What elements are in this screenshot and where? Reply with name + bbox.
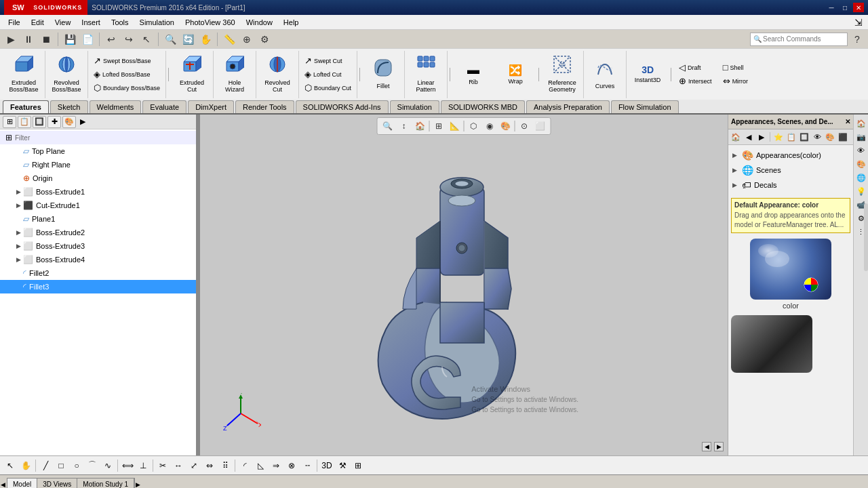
dt-pattern-sketch[interactable]: ⠿ [218, 458, 233, 473]
restore-button[interactable]: □ [840, 3, 850, 12]
dt-chamfer[interactable]: ◺ [253, 458, 268, 473]
menu-file[interactable]: File [3, 17, 26, 28]
tab-dimxpert[interactable]: DimXpert [188, 100, 234, 113]
vp-fit-button[interactable]: ↕ [397, 119, 412, 133]
nav-box[interactable]: ⬛ [837, 131, 849, 143]
extruded-boss-button[interactable]: ExtrudedBoss/Base [5, 52, 42, 96]
tree-item-boss-extrude2[interactable]: ▶ ⬜ Boss-Extrude2 [0, 226, 199, 239]
close-button[interactable]: ✕ [853, 3, 864, 12]
resize-handle[interactable] [196, 115, 199, 455]
reference-geometry-button[interactable]: ReferenceGeometry [544, 52, 580, 96]
tree-item-boss-extrude1[interactable]: ▶ ⬜ Boss-Extrude1 [0, 185, 199, 199]
ap-item-appearances[interactable]: ▶ 🎨 Appearances(color) [731, 148, 850, 163]
dimbxpert-button[interactable]: ✚ [47, 116, 61, 128]
pause-button[interactable]: ⏸ [20, 31, 37, 47]
new-button[interactable]: 📄 [79, 31, 96, 47]
select-button[interactable]: ↖ [138, 31, 155, 47]
redo-button[interactable]: ↪ [121, 31, 137, 47]
scroll-left[interactable]: ◀ [0, 477, 5, 489]
expand-tree-button[interactable]: ▶ [80, 117, 85, 126]
curves-button[interactable]: Curves [587, 52, 623, 96]
vp-home-button[interactable]: 🏠 [413, 119, 428, 133]
revolved-cut-button[interactable]: RevolvedCut [259, 52, 296, 96]
swept-boss-button[interactable]: ↗ Swept Boss/Base [91, 54, 163, 67]
vp-view-setting-button[interactable]: ⬜ [533, 119, 548, 133]
tree-filter[interactable]: ⊞ Filter [0, 131, 199, 144]
configmanager-button[interactable]: 🔲 [33, 116, 46, 128]
tab-solidworks-addins[interactable]: SOLIDWORKS Add-Ins [296, 100, 389, 113]
nav-grid[interactable]: 🔲 [798, 131, 810, 143]
lofted-cut-button[interactable]: ◈ Lofted Cut [302, 68, 354, 81]
rib-button[interactable]: ▬ Rib [455, 52, 492, 96]
nav-back[interactable]: ◀ [743, 131, 755, 143]
menu-edit[interactable]: Edit [26, 17, 50, 28]
dt-line[interactable]: ╱ [38, 458, 53, 473]
dt-fillet-sketch[interactable]: ◜ [237, 458, 252, 473]
rpn-light[interactable]: 💡 [855, 185, 867, 197]
tree-item-plane1[interactable]: ▱ Plane1 [0, 212, 199, 226]
stop-button[interactable]: ⏹ [38, 31, 54, 47]
mirror-button[interactable]: ⇔ Mirror [720, 75, 751, 87]
dt-sketch-tools[interactable]: ⚒ [335, 458, 350, 473]
tree-item-boss-extrude4[interactable]: ▶ ⬜ Boss-Extrude4 [0, 253, 199, 266]
boundary-cut-button[interactable]: ⬡ Boundary Cut [302, 81, 354, 94]
menu-view[interactable]: View [50, 17, 77, 28]
model-tab-model[interactable]: Model [7, 479, 37, 489]
vp-zoom-button[interactable]: 🔍 [380, 119, 395, 133]
menu-simulation[interactable]: Simulation [134, 17, 180, 28]
scroll-right[interactable]: ▶ [135, 477, 140, 489]
nav-palette[interactable]: 🎨 [824, 131, 836, 143]
tree-item-cut-extrude1[interactable]: ▶ ⬛ Cut-Extrude1 [0, 199, 199, 212]
pan-button[interactable]: ✋ [197, 31, 214, 47]
viewport[interactable]: 🔍 ↕ 🏠 ⊞ 📐 ⬡ ◉ 🎨 ⊙ ⬜ [200, 115, 728, 455]
tree-item-top-plane[interactable]: ▱ Top Plane [0, 144, 199, 158]
help-button[interactable]: ? [849, 31, 865, 47]
featuretree-button[interactable]: ⊞ [3, 116, 16, 128]
search-input[interactable] [763, 35, 844, 43]
vp-hide-button[interactable]: ⊙ [517, 119, 532, 133]
measure-button[interactable]: 📏 [221, 31, 237, 47]
nav-eye[interactable]: 👁 [811, 131, 823, 143]
dt-spline[interactable]: ∿ [100, 458, 115, 473]
dt-select[interactable]: ↖ [3, 458, 18, 473]
dt-circle[interactable]: ○ [69, 458, 84, 473]
tab-analysis[interactable]: Analysis Preparation [526, 100, 610, 113]
tree-item-origin[interactable]: ⊕ Origin [0, 171, 199, 185]
rpn-scene[interactable]: 🌐 [855, 171, 867, 184]
tab-weldments[interactable]: Weldments [90, 100, 142, 113]
tree-item-right-plane[interactable]: ▱ Right Plane [0, 158, 199, 171]
dt-relations[interactable]: ⊥ [136, 458, 151, 473]
extruded-cut-button[interactable]: ExtrudedCut [174, 52, 210, 96]
tree-item-boss-extrude3[interactable]: ▶ ⬜ Boss-Extrude3 [0, 239, 199, 253]
play-button[interactable]: ▶ [3, 31, 19, 47]
dt-construction[interactable]: ╌ [300, 458, 315, 473]
linear-pattern-button[interactable]: LinearPattern [408, 52, 444, 96]
rpn-view2[interactable]: 👁 [855, 144, 867, 157]
display-button[interactable]: 🎨 [62, 116, 76, 128]
lofted-boss-button[interactable]: ◈ Lofted Boss/Base [91, 68, 163, 81]
undo-button[interactable]: ↩ [103, 31, 119, 47]
vp-appearance-button[interactable]: 🎨 [498, 119, 513, 133]
appearances-close-button[interactable]: ✕ [845, 118, 850, 125]
instant3d-button[interactable]: 3D Instant3D [629, 52, 666, 96]
rpn-home[interactable]: 🏠 [855, 117, 867, 129]
rpn-render[interactable]: 🎨 [855, 158, 867, 170]
zoom-button[interactable]: 🔍 [162, 31, 178, 47]
nav-list[interactable]: 📋 [785, 131, 797, 143]
model-tab-3dviews[interactable]: 3D Views [37, 479, 77, 489]
minimize-button[interactable]: ─ [826, 3, 837, 12]
dt-rect[interactable]: □ [54, 458, 68, 473]
color-sphere[interactable] [750, 239, 831, 300]
propertymanager-button[interactable]: 📋 [18, 116, 31, 128]
tab-sketch[interactable]: Sketch [50, 100, 88, 113]
hole-wizard-button[interactable]: HoleWizard [216, 52, 253, 96]
tab-evaluate[interactable]: Evaluate [142, 100, 186, 113]
save-button[interactable]: 💾 [62, 31, 78, 47]
menu-tools[interactable]: Tools [106, 17, 134, 28]
vp-section-button[interactable]: ⊞ [431, 119, 446, 133]
vp-view-button[interactable]: 📐 [448, 119, 462, 133]
menu-help[interactable]: Help [278, 17, 304, 28]
vp-collapse-right[interactable]: ▶ [714, 442, 724, 451]
tree-item-fillet2[interactable]: ◜ Fillet2 [0, 266, 199, 280]
dt-arc[interactable]: ⌒ [85, 458, 100, 473]
